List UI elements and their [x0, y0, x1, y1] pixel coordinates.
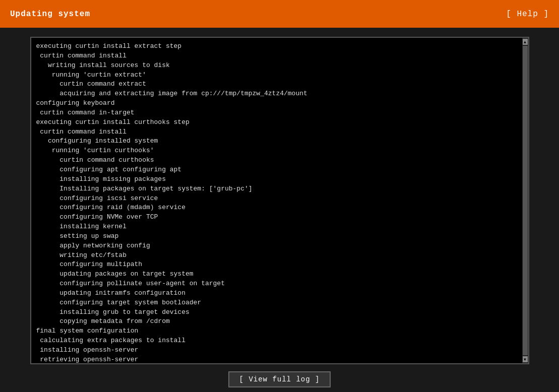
view-log-button[interactable]: [ View full log ]: [228, 371, 331, 387]
top-bar: Updating system [ Help ]: [0, 0, 559, 28]
terminal-output: executing curtin install extract step cu…: [31, 38, 522, 363]
scrollbar-down-button[interactable]: ▼: [523, 356, 528, 362]
page-title: Updating system: [10, 10, 90, 19]
scrollbar-up-button[interactable]: ▲: [523, 39, 528, 45]
bottom-bar: [ View full log ]: [0, 367, 559, 392]
scrollbar-thumb[interactable]: [523, 46, 528, 355]
main-content: executing curtin install extract step cu…: [0, 28, 559, 367]
scrollbar-track[interactable]: ▲ ▼: [522, 38, 528, 363]
terminal-box: executing curtin install extract step cu…: [30, 37, 529, 364]
help-button[interactable]: [ Help ]: [506, 10, 549, 19]
